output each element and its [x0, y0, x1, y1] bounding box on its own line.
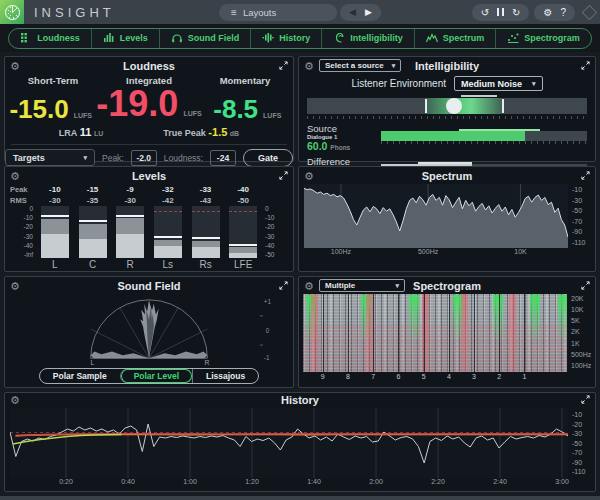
tab-spectrum[interactable]: Spectrum [414, 29, 496, 48]
gear-icon[interactable]: ⚙ [10, 393, 20, 408]
tab-history[interactable]: History [250, 29, 321, 48]
spectrum-x-axis: 100Hz500Hz10K [304, 248, 568, 259]
expand-icon[interactable] [581, 171, 590, 180]
source-value: 60.0 [307, 140, 327, 152]
next-layout-button[interactable]: ▶ [365, 4, 372, 21]
spectrogram-mode-select[interactable]: Multiple▾ [319, 279, 405, 292]
svg-text:-1: -1 [264, 354, 270, 361]
spectrogram-display [303, 294, 567, 372]
gate-button[interactable]: Gate [243, 149, 293, 167]
intelligibility-knob[interactable] [446, 98, 462, 114]
left-channel-label: L [91, 359, 95, 366]
hold-indicator [461, 95, 497, 97]
gear-icon[interactable]: ⚙ [10, 279, 20, 294]
expand-icon[interactable] [581, 395, 590, 404]
true-peak-unit: dB [230, 130, 239, 137]
levels-panel: ⚙ Levels PeakRMS0-10-20-30-40-inf-10-30L… [4, 166, 294, 272]
short-term-label: Short-Term [5, 75, 101, 86]
intelligibility-range [425, 98, 502, 114]
spectrogram-time-axis: 987654321 [303, 373, 567, 384]
tab-bar: LoudnessLevelsSound FieldHistoryIntellig… [0, 24, 600, 52]
expand-icon[interactable] [279, 171, 288, 180]
range-marker-left [425, 99, 427, 113]
momentary-unit: LUFS [263, 112, 281, 119]
level-meter-L: -10-30L [36, 184, 74, 270]
settings-gear-icon[interactable]: ⚙ [543, 4, 552, 21]
targets-select[interactable]: Targets▾ [5, 149, 95, 166]
spectrum-plot [304, 184, 568, 248]
source-ticks [381, 141, 587, 144]
polar-lobe-left [91, 351, 149, 358]
spectrogram-freq-axis: 20K10K5K2K1K500Hz100Hz [571, 295, 591, 369]
spectrum-panel: ⚙ Spectrum 100Hz500Hz10K -10-30-50-70-90… [298, 166, 596, 272]
sound-field-panel: ⚙ Sound Field L R +10-1 [4, 276, 294, 388]
reset-icon[interactable]: ↺ [481, 4, 489, 21]
tab-loudness[interactable]: Loudness [9, 29, 91, 48]
app-name: INSIGHT [34, 5, 115, 20]
true-peak-label: True Peak [163, 128, 206, 138]
right-channel-label: R [204, 359, 209, 366]
prev-layout-button[interactable]: ◀ [349, 4, 356, 21]
sphere-icon [5, 5, 20, 20]
history-icon [262, 32, 274, 44]
momentary-label: Momentary [197, 75, 293, 86]
settings-group: ⚙ ? [534, 4, 575, 21]
panel-title: Sound Field [5, 277, 293, 295]
gear-icon[interactable]: ⚙ [304, 279, 314, 294]
source-unit: Phons [330, 144, 350, 151]
resize-strip[interactable] [0, 496, 600, 500]
spectrogram-panel: ⚙ Multiple▾ Spectrogram 20K10K5K2K1K500H… [298, 276, 596, 388]
polar-lobe-right [149, 351, 207, 358]
izotope-logo [0, 0, 24, 24]
loudness-panel: ⚙ Loudness Short-Term Integrated Momenta… [4, 56, 294, 162]
pause-icon[interactable] [497, 8, 504, 16]
gear-icon[interactable]: ⚙ [304, 169, 314, 184]
lra-unit: LU [94, 130, 103, 137]
short-term-unit: LUFS [74, 112, 92, 119]
listener-environment-select[interactable]: Medium Noise▾ [454, 76, 543, 91]
source-select[interactable]: Select a source▾ [319, 59, 401, 72]
source-meter [381, 131, 587, 141]
intelligibility-panel: ⚙ Select a source▾ Intelligibility Liste… [298, 56, 596, 162]
polar-sample-button[interactable]: Polar Sample [40, 369, 120, 383]
help-icon[interactable]: ? [560, 4, 566, 21]
panel-title: Levels [5, 167, 293, 185]
tab-soundfield[interactable]: Sound Field [159, 29, 251, 48]
expand-icon[interactable] [279, 281, 288, 290]
source-fill [381, 131, 525, 141]
layouts-menu[interactable]: ≡ Layouts [219, 4, 337, 21]
expand-icon[interactable] [581, 61, 590, 70]
history-level-axis: -10-20-30-50-70-90-110 [572, 411, 586, 475]
level-meter-C: -15-35C [74, 184, 112, 270]
tab-levels[interactable]: Levels [91, 29, 159, 48]
gear-icon[interactable]: ⚙ [10, 59, 20, 74]
difference-hold [418, 162, 472, 164]
gear-icon[interactable]: ⚙ [304, 59, 314, 74]
source-hold [459, 129, 539, 131]
levels-axis: 0-10-20-30-40-50 [262, 184, 288, 270]
loudness-target-label: Loudness: [164, 153, 203, 163]
polar-level-button[interactable]: Polar Level [120, 369, 192, 383]
level-meter-R: -9-30R [111, 184, 149, 270]
gear-icon[interactable]: ⚙ [10, 169, 20, 184]
peak-target-field[interactable]: -2.0 [131, 150, 157, 166]
loudness-target-field[interactable]: -24 [210, 150, 236, 166]
tab-spectrogram[interactable]: Spectrogram [495, 29, 591, 48]
correlation-axis: +10-1 [260, 298, 272, 361]
refresh-icon[interactable]: ↻ [512, 4, 520, 21]
integrated-unit: LUFS [183, 110, 201, 117]
level-meter-LFE: -40-50LFE [224, 184, 262, 270]
true-peak-value: -1.5 [208, 126, 227, 138]
range-marker-right [502, 99, 504, 113]
expand-icon[interactable] [581, 281, 590, 290]
spectrogram-icon [507, 32, 519, 44]
source-label: Source [307, 123, 381, 134]
polar-display: L R +10-1 [5, 294, 293, 366]
menu-icon: ≡ [231, 7, 237, 18]
lra-label: LRA [59, 128, 78, 138]
lissajous-button[interactable]: Lissajous [192, 369, 258, 383]
expand-icon[interactable] [279, 61, 288, 70]
loudness-icon [20, 32, 32, 44]
tab-intelligibility[interactable]: Intelligibility [321, 29, 414, 48]
insight-window: INSIGHT ≡ Layouts ◀ ▶ ↺ ↻ ⚙ ? [0, 0, 600, 500]
